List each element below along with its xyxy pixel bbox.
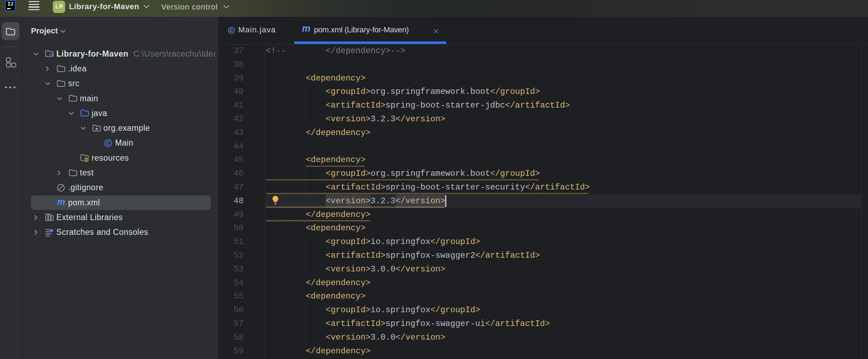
svg-text:m: m [57, 198, 65, 207]
svg-text:C: C [230, 28, 233, 33]
svg-text:C: C [106, 140, 110, 146]
